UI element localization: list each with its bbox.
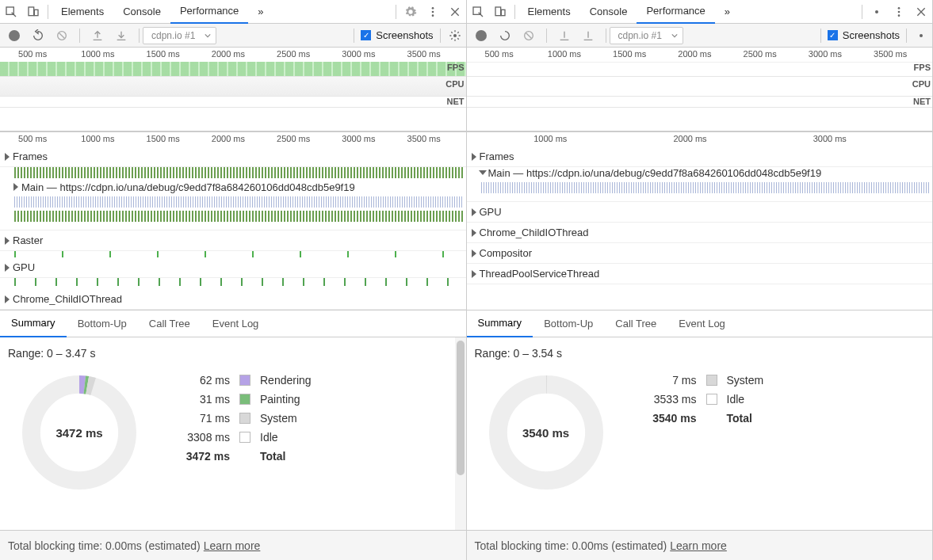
- summary-legend: 7 msSystem 3533 msIdle 3540 msTotal: [641, 374, 764, 530]
- track-childio[interactable]: Chrome_ChildIOThread: [0, 289, 466, 310]
- svg-point-16: [898, 7, 900, 10]
- flamechart-area[interactable]: 500 ms 1000 ms 1500 ms 2000 ms 2500 ms 3…: [0, 132, 466, 310]
- track-main[interactable]: Main — https://cdpn.io/una/debug/c9edd7f…: [488, 167, 822, 179]
- download-icon[interactable]: [577, 25, 599, 47]
- inspect-icon[interactable]: [0, 1, 22, 23]
- raster-bars: [14, 251, 466, 257]
- devtools-main-tabbar: Elements Console Performance »: [0, 0, 466, 24]
- svg-point-17: [898, 10, 900, 13]
- tab-performance[interactable]: Performance: [170, 0, 248, 24]
- reload-button[interactable]: [27, 25, 49, 47]
- flame-ruler: 1000 ms 2000 ms 3000 ms: [467, 132, 933, 147]
- flame-ruler: 500 ms 1000 ms 1500 ms 2000 ms 2500 ms 3…: [0, 132, 466, 147]
- svg-point-4: [431, 10, 434, 13]
- svg-rect-14: [501, 10, 505, 15]
- devtools-left-panel: Elements Console Performance » cdpn.io #…: [0, 0, 467, 560]
- overview-area[interactable]: 500 ms 1000 ms 1500 ms 2000 ms 2500 ms 3…: [0, 48, 466, 132]
- clear-button[interactable]: [518, 25, 540, 47]
- gear-icon[interactable]: [400, 1, 422, 23]
- close-icon[interactable]: [910, 1, 932, 23]
- track-gpu[interactable]: GPU: [0, 257, 466, 278]
- chevron-down-icon: [671, 32, 678, 39]
- donut-total: 3472 ms: [16, 369, 143, 496]
- learn-more-link[interactable]: Learn more: [670, 539, 727, 552]
- main-bars: [481, 182, 930, 193]
- devtools-main-tabbar: Elements Console Performance »: [467, 0, 933, 24]
- tab-bottomup[interactable]: Bottom-Up: [533, 310, 604, 337]
- track-compositor[interactable]: Compositor: [467, 243, 933, 264]
- tab-calltree[interactable]: Call Tree: [604, 310, 667, 337]
- tab-overflow[interactable]: »: [715, 0, 740, 24]
- svg-point-15: [875, 10, 878, 13]
- gear-icon[interactable]: [866, 1, 888, 23]
- svg-rect-2: [34, 10, 38, 15]
- overview-ruler: 500 ms 1000 ms 1500 ms 2000 ms 2500 ms 3…: [0, 48, 466, 62]
- track-threadpool[interactable]: ThreadPoolServiceThread: [467, 264, 933, 284]
- main-bars-2: [14, 211, 463, 222]
- kebab-icon[interactable]: [422, 1, 444, 23]
- tab-console[interactable]: Console: [113, 0, 170, 24]
- performance-toolbar: cdpn.io #1 Screenshots: [0, 24, 466, 48]
- frames-bars: [14, 167, 463, 178]
- overview-ruler: 500 ms 1000 ms 1500 ms 2000 ms 2500 ms 3…: [467, 48, 933, 62]
- tab-console[interactable]: Console: [580, 0, 637, 24]
- capture-settings-gear-icon[interactable]: [910, 25, 932, 47]
- tab-eventlog[interactable]: Event Log: [667, 310, 736, 337]
- range-text: Range: 0 – 3.54 s: [467, 337, 933, 369]
- upload-icon[interactable]: [86, 25, 109, 47]
- svg-point-20: [920, 34, 923, 37]
- summary-pane: Range: 0 – 3.47 s 3472 ms 62 msRendering…: [0, 337, 466, 560]
- inspect-icon[interactable]: [467, 1, 489, 23]
- tab-bottomup[interactable]: Bottom-Up: [67, 310, 138, 337]
- screenshots-checkbox[interactable]: [361, 30, 371, 40]
- tab-elements[interactable]: Elements: [518, 0, 580, 24]
- svg-point-7: [453, 34, 457, 37]
- track-childio[interactable]: Chrome_ChildIOThread: [467, 223, 933, 243]
- scrollbar[interactable]: [455, 337, 466, 530]
- track-raster[interactable]: Raster: [0, 230, 466, 251]
- clear-button[interactable]: [51, 25, 73, 47]
- tab-eventlog[interactable]: Event Log: [201, 310, 270, 337]
- screenshots-label: Screenshots: [376, 29, 433, 41]
- tab-summary[interactable]: Summary: [467, 310, 533, 337]
- target-select[interactable]: cdpn.io #1: [610, 27, 683, 44]
- kebab-icon[interactable]: [888, 1, 910, 23]
- record-button[interactable]: [470, 25, 492, 47]
- track-gpu[interactable]: GPU: [467, 202, 933, 223]
- download-icon[interactable]: [110, 25, 132, 47]
- flamechart-area[interactable]: 1000 ms 2000 ms 3000 ms Frames Main — ht…: [467, 132, 933, 310]
- close-icon[interactable]: [444, 1, 466, 23]
- screenshots-label: Screenshots: [843, 29, 900, 41]
- tab-performance[interactable]: Performance: [637, 0, 714, 24]
- target-select[interactable]: cdpn.io #1: [143, 27, 216, 44]
- track-frames[interactable]: Frames: [0, 147, 466, 167]
- target-label: cdpn.io #1: [151, 30, 195, 41]
- donut-total: 3540 ms: [483, 369, 610, 496]
- record-button[interactable]: [3, 25, 25, 47]
- svg-rect-1: [29, 7, 34, 16]
- details-tabbar: Summary Bottom-Up Call Tree Event Log: [0, 310, 466, 337]
- summary-donut: 3472 ms: [16, 369, 143, 496]
- svg-point-5: [431, 14, 434, 17]
- overview-area[interactable]: 500 ms 1000 ms 1500 ms 2000 ms 2500 ms 3…: [467, 48, 933, 132]
- track-frames[interactable]: Frames: [467, 147, 933, 167]
- capture-settings-gear-icon[interactable]: [444, 25, 466, 47]
- upload-icon[interactable]: [553, 25, 575, 47]
- range-text: Range: 0 – 3.47 s: [0, 337, 466, 369]
- blocking-time-footer: Total blocking time: 0.00ms (estimated)L…: [0, 530, 466, 560]
- summary-pane: Range: 0 – 3.54 s 3540 ms 7 msSystem 353…: [467, 337, 933, 560]
- summary-donut: 3540 ms: [483, 369, 610, 496]
- tab-calltree[interactable]: Call Tree: [138, 310, 201, 337]
- performance-toolbar: cdpn.io #1 Screenshots: [467, 24, 933, 48]
- tab-overflow[interactable]: »: [248, 0, 273, 24]
- device-toolbar-icon[interactable]: [489, 1, 511, 23]
- main-bars-1: [14, 196, 463, 208]
- tab-summary[interactable]: Summary: [0, 310, 67, 337]
- track-main[interactable]: Main — https://cdpn.io/una/debug/c9edd7f…: [21, 181, 355, 193]
- learn-more-link[interactable]: Learn more: [204, 539, 261, 552]
- tab-elements[interactable]: Elements: [52, 0, 113, 24]
- reload-button[interactable]: [494, 25, 516, 47]
- screenshots-checkbox[interactable]: [828, 30, 838, 40]
- summary-legend: 62 msRendering 31 msPainting 71 msSystem…: [174, 374, 312, 530]
- device-toolbar-icon[interactable]: [22, 1, 44, 23]
